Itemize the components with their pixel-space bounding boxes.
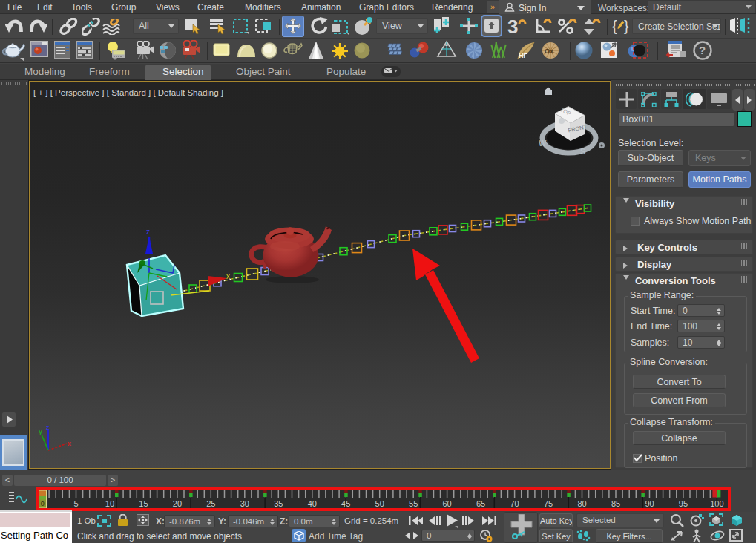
svg-text:y: y	[39, 428, 42, 435]
svg-text:90: 90	[645, 499, 654, 508]
svg-text:z: z	[146, 228, 150, 236]
svg-text:{: {	[612, 18, 617, 34]
svg-text:HF: HF	[519, 52, 527, 59]
svg-text:S: S	[580, 147, 585, 156]
svg-text:40: 40	[308, 499, 317, 508]
svg-text:15: 15	[139, 499, 148, 508]
svg-text:10: 10	[105, 499, 114, 508]
svg-text:75: 75	[544, 499, 553, 508]
svg-text:60: 60	[442, 499, 451, 508]
svg-text:Ox: Ox	[545, 47, 553, 55]
svg-text:55: 55	[409, 499, 418, 508]
svg-text:W: W	[539, 139, 547, 148]
svg-text:20: 20	[173, 499, 182, 508]
svg-text:z: z	[46, 424, 50, 431]
svg-text:5: 5	[73, 499, 78, 508]
svg-text:30: 30	[240, 499, 249, 508]
svg-text:0: 0	[41, 500, 45, 507]
svg-text:35: 35	[274, 499, 283, 508]
svg-text:50: 50	[375, 499, 384, 508]
svg-text:80: 80	[577, 499, 586, 508]
svg-text:?: ?	[699, 44, 706, 56]
svg-text:70: 70	[510, 499, 519, 508]
svg-text:x: x	[68, 440, 71, 447]
svg-text:25: 25	[206, 499, 215, 508]
svg-text:3: 3	[507, 17, 518, 36]
svg-text:65: 65	[476, 499, 485, 508]
svg-text:85: 85	[611, 499, 620, 508]
svg-text:x: x	[226, 272, 230, 280]
svg-text:}: }	[624, 18, 629, 34]
svg-text:95: 95	[679, 499, 688, 508]
